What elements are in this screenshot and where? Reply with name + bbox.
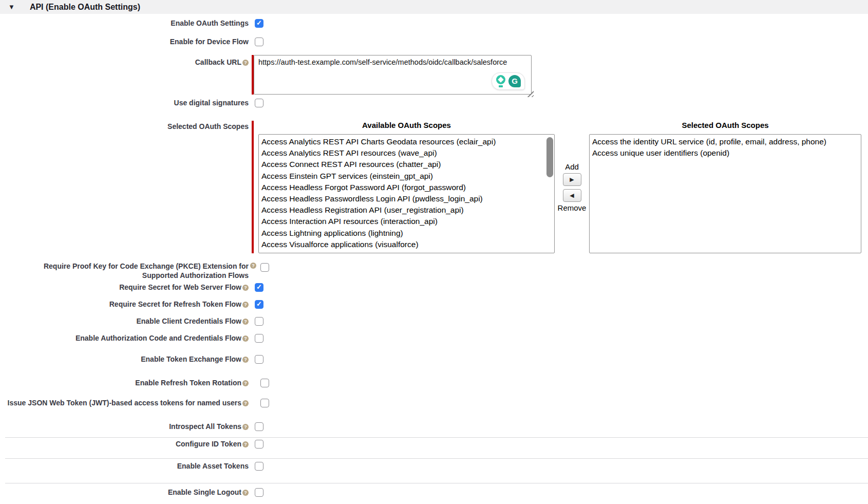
grammarly-icon[interactable]: G xyxy=(508,75,521,87)
row-divider xyxy=(5,437,868,438)
collapse-triangle-icon[interactable]: ▼ xyxy=(8,4,15,10)
enable-asset-tokens-checkbox[interactable]: ✓ xyxy=(255,462,263,471)
available-scopes-listbox[interactable]: Access Analytics REST API Charts Geodata… xyxy=(258,134,555,253)
right-arrow-icon: ▶ xyxy=(570,176,574,183)
scope-option[interactable]: Access Einstein GPT services (einstein_g… xyxy=(259,171,554,182)
enable-token-exchange-label: Enable Token Exchange Flow xyxy=(141,355,241,363)
scope-option[interactable]: Access Visualforce applications (visualf… xyxy=(259,239,554,250)
enable-auth-code-credentials-label: Enable Authorization Code and Credential… xyxy=(76,334,241,342)
enable-refresh-rotation-checkbox[interactable]: ✓ xyxy=(260,379,269,387)
scope-option[interactable]: Access Lightning applications (lightning… xyxy=(259,228,554,239)
available-scopes-header: Available OAuth Scopes xyxy=(258,121,555,130)
configure-id-token-checkbox[interactable]: ✓ xyxy=(255,440,263,449)
use-digital-signatures-checkbox[interactable]: ✓ xyxy=(255,99,263,107)
introspect-all-tokens-checkbox[interactable]: ✓ xyxy=(255,422,263,431)
issue-jwt-checkbox[interactable]: ✓ xyxy=(260,399,269,407)
pkce-label: Require Proof Key for Code Exchange (PKC… xyxy=(12,262,249,280)
scope-option[interactable]: Access Headless Registration API (user_r… xyxy=(259,204,554,216)
section-header[interactable]: ▼ API (Enable OAuth Settings) xyxy=(0,0,868,14)
row-divider xyxy=(5,458,868,459)
help-icon[interactable]: ? xyxy=(242,380,249,386)
scope-option[interactable]: Access Analytics REST API resources (wav… xyxy=(259,147,554,159)
help-icon[interactable]: ? xyxy=(242,302,249,308)
enable-asset-tokens-label: Enable Asset Tokens xyxy=(177,462,249,470)
selected-oauth-scopes-label: Selected OAuth Scopes xyxy=(167,122,249,130)
introspect-all-tokens-label: Introspect All Tokens xyxy=(169,422,241,431)
scope-option[interactable]: Access Connect REST API resources (chatt… xyxy=(259,159,554,170)
enable-for-device-flow-label: Enable for Device Flow xyxy=(170,38,249,46)
row-divider xyxy=(5,483,868,483)
help-icon[interactable]: ? xyxy=(242,424,249,430)
enable-token-exchange-checkbox[interactable]: ✓ xyxy=(255,355,263,364)
enable-client-credentials-label: Enable Client Credentials Flow xyxy=(136,317,241,325)
help-icon[interactable]: ? xyxy=(242,285,249,291)
help-icon[interactable]: ? xyxy=(242,400,249,406)
add-label: Add xyxy=(565,162,579,172)
left-arrow-icon: ◀ xyxy=(570,192,574,199)
help-icon[interactable]: ? xyxy=(242,60,249,66)
enable-oauth-settings-checkbox[interactable]: ✓ xyxy=(255,19,263,28)
require-secret-web-server-checkbox[interactable]: ✓ xyxy=(255,283,263,292)
selected-scopes-header: Selected OAuth Scopes xyxy=(589,121,861,130)
callback-url-label: Callback URL xyxy=(195,58,241,66)
help-icon[interactable]: ? xyxy=(250,263,256,269)
scope-option[interactable]: Access unique user identifiers (openid) xyxy=(590,147,861,159)
help-icon[interactable]: ? xyxy=(242,441,249,447)
scope-option[interactable]: Access Interaction API resources (intera… xyxy=(259,216,554,227)
require-secret-refresh-token-label: Require Secret for Refresh Token Flow xyxy=(109,300,241,308)
configure-id-token-label: Configure ID Token xyxy=(176,440,241,448)
scope-option[interactable]: Access Analytics REST API Charts Geodata… xyxy=(259,136,554,147)
enable-auth-code-credentials-checkbox[interactable]: ✓ xyxy=(255,334,263,343)
scope-option[interactable]: Access the identity URL service (id, pro… xyxy=(590,136,861,147)
help-icon[interactable]: ? xyxy=(242,357,249,363)
enable-single-logout-checkbox[interactable]: ✓ xyxy=(255,488,263,497)
callback-url-input[interactable]: https://auth-test.example.com/self-servi… xyxy=(254,55,532,95)
require-secret-web-server-label: Require Secret for Web Server Flow xyxy=(119,283,241,291)
pkce-checkbox[interactable]: ✓ xyxy=(260,263,269,272)
remove-scope-button[interactable]: ◀ xyxy=(563,189,581,202)
lightbulb-icon[interactable] xyxy=(496,75,506,87)
enable-refresh-rotation-label: Enable Refresh Token Rotation xyxy=(135,379,241,387)
browser-extension-widget[interactable]: G xyxy=(492,72,525,90)
scope-option[interactable]: Access Headless Forgot Password API (for… xyxy=(259,182,554,193)
enable-client-credentials-checkbox[interactable]: ✓ xyxy=(255,317,263,326)
enable-for-device-flow-checkbox[interactable]: ✓ xyxy=(255,38,263,46)
add-scope-button[interactable]: ▶ xyxy=(563,173,581,186)
require-secret-refresh-token-checkbox[interactable]: ✓ xyxy=(255,300,263,309)
scope-option[interactable]: Access Headless Passwordless Login API (… xyxy=(259,193,554,204)
help-icon[interactable]: ? xyxy=(242,490,249,496)
issue-jwt-label: Issue JSON Web Token (JWT)-based access … xyxy=(8,399,241,407)
required-field-bar xyxy=(252,121,254,253)
enable-single-logout-label: Enable Single Logout xyxy=(168,488,241,496)
use-digital-signatures-label: Use digital signatures xyxy=(174,99,249,107)
help-icon[interactable]: ? xyxy=(242,335,249,342)
scrollbar-thumb[interactable] xyxy=(546,137,553,177)
enable-oauth-settings-label: Enable OAuth Settings xyxy=(171,19,249,27)
section-title: API (Enable OAuth Settings) xyxy=(30,3,140,12)
remove-label: Remove xyxy=(558,203,587,213)
selected-scopes-listbox[interactable]: Access the identity URL service (id, pro… xyxy=(589,134,861,253)
help-icon[interactable]: ? xyxy=(242,319,249,325)
